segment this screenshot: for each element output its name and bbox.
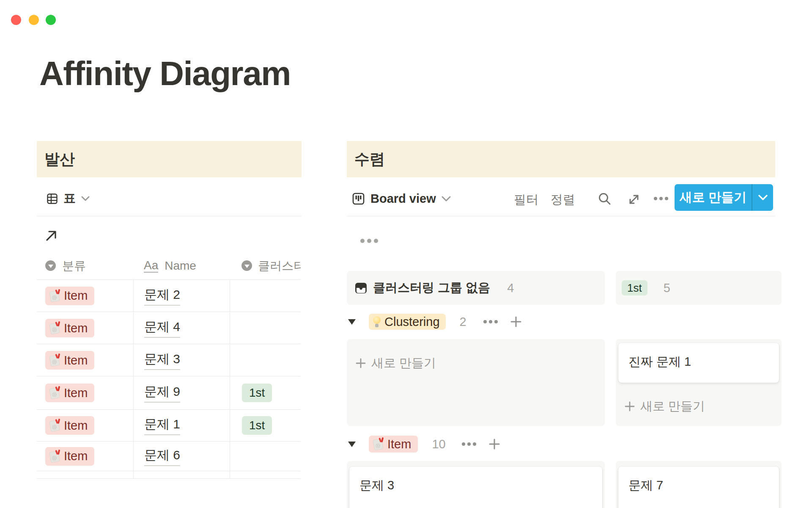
group-tag-clustering[interactable]: Clustering bbox=[369, 314, 446, 330]
board-column-tag: 1st bbox=[622, 280, 647, 295]
column-header-category[interactable]: 분류 bbox=[37, 252, 133, 279]
search-icon[interactable] bbox=[597, 191, 612, 207]
flower-card-emoji bbox=[49, 322, 60, 334]
group-row-clustering: Clustering 2 bbox=[348, 313, 522, 330]
flower-card-emoji bbox=[49, 420, 60, 431]
convergence-section-header: 수렴 bbox=[347, 141, 775, 177]
group-add-icon[interactable] bbox=[488, 438, 501, 450]
column-header-cluster[interactable]: 클러스터링 bbox=[230, 252, 301, 279]
category-tag[interactable]: Item bbox=[45, 351, 94, 370]
row-title[interactable]: 문제 4 bbox=[144, 318, 180, 338]
group-row-item: Item 10 bbox=[348, 436, 501, 453]
category-tag[interactable]: Item bbox=[45, 384, 94, 402]
board-card[interactable]: 문제 7 bbox=[618, 467, 779, 508]
board-column-header-no-group[interactable]: 클러스터링 그룹 없음 4 bbox=[347, 271, 605, 305]
column-header-label: 클러스터링 bbox=[258, 258, 301, 274]
minimize-window-icon[interactable] bbox=[29, 15, 39, 25]
divergence-section-title: 발산 bbox=[44, 149, 75, 170]
collapse-triangle-icon[interactable] bbox=[348, 442, 356, 447]
column-header-label: 분류 bbox=[62, 258, 86, 274]
group-count: 10 bbox=[432, 437, 445, 451]
category-tag-label: Item bbox=[64, 419, 88, 433]
new-card-button[interactable]: 새로 만들기 bbox=[355, 355, 436, 372]
flower-card-emoji bbox=[49, 387, 60, 399]
close-window-icon[interactable] bbox=[11, 15, 21, 25]
board-card[interactable]: 진짜 문제 1 bbox=[618, 343, 779, 383]
table-row[interactable]: Item 문제 9 1st bbox=[37, 376, 301, 410]
new-entry-button-label: 새로 만들기 bbox=[675, 189, 752, 206]
row-title[interactable]: 문제 9 bbox=[144, 383, 180, 403]
table-icon bbox=[47, 193, 58, 204]
new-entry-button[interactable]: 새로 만들기 bbox=[675, 184, 773, 211]
row-title[interactable]: 문제 6 bbox=[144, 447, 180, 466]
table-new-row-stub[interactable] bbox=[37, 471, 301, 479]
chevron-down-icon[interactable] bbox=[752, 194, 773, 201]
category-tag[interactable]: Item bbox=[45, 287, 94, 305]
row-title[interactable]: 문제 2 bbox=[144, 286, 180, 306]
table-row[interactable]: Item 문제 3 bbox=[37, 345, 301, 376]
table-row[interactable]: Item 문제 2 bbox=[37, 280, 301, 312]
board-column-no-group-clustering bbox=[347, 339, 605, 426]
category-tag[interactable]: Item bbox=[45, 319, 94, 337]
flower-card-emoji bbox=[49, 450, 60, 462]
category-tag[interactable]: Item bbox=[45, 416, 94, 435]
column-header-label: Name bbox=[165, 259, 196, 273]
board-column-count: 5 bbox=[664, 281, 670, 295]
board-card[interactable]: 문제 3 bbox=[349, 467, 602, 508]
group-more-dots-icon[interactable] bbox=[483, 320, 498, 323]
table-header-row: 분류 Aa Name 클러스터링 bbox=[37, 252, 301, 280]
sort-button[interactable]: 정렬 bbox=[551, 191, 575, 208]
group-tag-label: Item bbox=[387, 437, 411, 451]
card-title: 진짜 문제 1 bbox=[628, 355, 691, 368]
page-title: Affinity Diagram bbox=[39, 54, 291, 93]
convergence-section-title: 수렴 bbox=[354, 149, 385, 170]
expand-icon[interactable] bbox=[627, 192, 641, 207]
board-column-count: 4 bbox=[507, 281, 514, 295]
hidden-columns-dots[interactable] bbox=[360, 239, 378, 243]
group-tag-label: Clustering bbox=[384, 315, 440, 329]
zoom-window-icon[interactable] bbox=[46, 15, 56, 25]
flower-card-emoji bbox=[49, 354, 60, 366]
divergence-section-header: 발산 bbox=[37, 141, 302, 177]
row-title[interactable]: 문제 1 bbox=[144, 416, 180, 435]
board-column-header-1st[interactable]: 1st 5 bbox=[616, 271, 782, 305]
category-tag-label: Item bbox=[64, 449, 88, 463]
table-row[interactable]: Item 문제 1 1st bbox=[37, 410, 301, 442]
cluster-tag[interactable]: 1st bbox=[242, 384, 272, 402]
board-toolbar-divider bbox=[347, 216, 775, 216]
select-field-icon bbox=[45, 260, 56, 271]
category-tag-label: Item bbox=[64, 321, 88, 335]
filter-button[interactable]: 필터 bbox=[514, 191, 538, 208]
chevron-down-icon bbox=[81, 196, 90, 202]
cluster-tag[interactable]: 1st bbox=[242, 416, 272, 435]
table-row[interactable]: Item 문제 6 bbox=[37, 442, 301, 471]
board-view-switcher[interactable]: Board view bbox=[352, 188, 451, 209]
table-view-label: 표 bbox=[63, 190, 76, 207]
column-header-name[interactable]: Aa Name bbox=[133, 252, 230, 279]
category-tag[interactable]: Item bbox=[45, 447, 94, 466]
collapse-triangle-icon[interactable] bbox=[348, 319, 356, 325]
table-row[interactable]: Item 문제 4 bbox=[37, 312, 301, 344]
new-card-button[interactable]: 새로 만들기 bbox=[624, 398, 705, 415]
group-add-icon[interactable] bbox=[510, 315, 522, 328]
new-card-label: 새로 만들기 bbox=[640, 398, 705, 415]
row-title[interactable]: 문제 3 bbox=[144, 351, 180, 370]
group-count: 2 bbox=[460, 315, 466, 329]
board-column-title: 클러스터링 그룹 없음 bbox=[373, 279, 490, 296]
flower-card-emoji bbox=[49, 290, 60, 302]
table-view-switcher[interactable]: 표 bbox=[47, 188, 90, 209]
title-field-icon: Aa bbox=[144, 259, 158, 273]
category-tag-label: Item bbox=[64, 353, 88, 367]
category-tag-label: Item bbox=[64, 386, 88, 400]
group-tag-item[interactable]: Item bbox=[369, 436, 418, 453]
more-dots-icon[interactable] bbox=[654, 197, 668, 200]
group-more-dots-icon[interactable] bbox=[462, 442, 476, 446]
card-title: 문제 7 bbox=[628, 478, 663, 492]
bulb-emoji bbox=[372, 316, 381, 328]
select-field-icon bbox=[241, 260, 252, 271]
category-tag-label: Item bbox=[64, 289, 88, 303]
inbox-icon bbox=[354, 282, 368, 295]
left-toolbar-divider bbox=[37, 216, 302, 216]
arrow-up-right-icon[interactable] bbox=[44, 229, 58, 243]
board-icon bbox=[352, 192, 365, 205]
